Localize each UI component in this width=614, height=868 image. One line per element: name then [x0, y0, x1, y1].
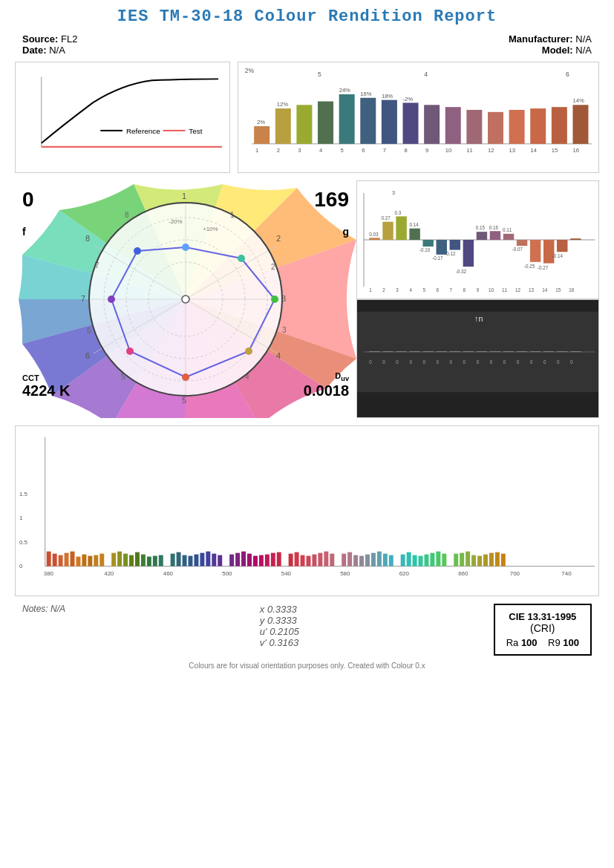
svg-rect-206 [194, 555, 198, 567]
svg-text:0: 0 [503, 359, 506, 365]
svg-text:580: 580 [340, 570, 350, 577]
svg-rect-19 [360, 98, 376, 144]
svg-text:12%: 12% [277, 101, 288, 108]
svg-rect-197 [135, 552, 140, 567]
spd-svg: Reference Test [19, 66, 226, 169]
svg-rect-148 [382, 351, 393, 352]
svg-text:0: 0 [570, 359, 573, 365]
bottom-bar-chart: 380 420 460 500 540 580 620 660 700 740 … [15, 425, 599, 596]
svg-rect-247 [466, 552, 470, 567]
svg-rect-224 [312, 555, 316, 567]
svg-rect-157 [503, 351, 514, 352]
svg-rect-217 [265, 555, 270, 567]
svg-rect-10 [254, 126, 270, 144]
svg-rect-240 [419, 556, 423, 567]
delta-lower-svg: 0 0 0 0 0 0 0 0 0 0 0 0 0 0 0 0 [357, 300, 598, 417]
svg-text:1: 1 [255, 147, 258, 154]
svg-rect-126 [557, 240, 567, 252]
svg-text:1: 1 [369, 287, 372, 293]
svg-text:-0.32: -0.32 [456, 269, 467, 274]
svg-rect-186 [65, 553, 69, 567]
svg-rect-211 [229, 555, 234, 567]
svg-rect-241 [424, 555, 428, 567]
svg-rect-193 [111, 553, 116, 567]
svg-text:500: 500 [222, 570, 232, 577]
svg-rect-159 [530, 351, 540, 352]
svg-rect-213 [241, 552, 246, 567]
svg-rect-229 [347, 552, 352, 567]
svg-rect-187 [71, 552, 75, 567]
svg-rect-151 [422, 351, 433, 352]
svg-text:6: 6 [87, 327, 91, 335]
svg-text:-0.07: -0.07 [512, 247, 523, 252]
svg-rect-208 [206, 552, 210, 567]
svg-text:0.11: 0.11 [503, 227, 512, 232]
svg-rect-219 [277, 552, 281, 567]
svg-rect-29 [488, 112, 503, 144]
svg-text:↑n: ↑n [474, 314, 483, 323]
svg-rect-236 [389, 555, 393, 567]
svg-rect-120 [517, 240, 527, 246]
svg-text:380: 380 [44, 570, 54, 577]
svg-point-91 [134, 247, 141, 255]
spd-chart: Reference Test [15, 62, 230, 173]
svg-rect-243 [436, 552, 440, 567]
svg-text:2: 2 [277, 147, 280, 154]
rg-value: 169 g [314, 188, 349, 238]
svg-rect-180 [16, 430, 598, 593]
svg-rect-237 [401, 555, 405, 567]
svg-rect-150 [409, 351, 419, 352]
svg-rect-155 [477, 351, 487, 352]
svg-text:0.27: 0.27 [382, 215, 391, 221]
svg-text:16%: 16% [360, 91, 371, 97]
svg-text:-2%: -2% [403, 96, 414, 102]
svg-text:0: 0 [463, 359, 466, 365]
svg-rect-12 [275, 108, 291, 144]
svg-rect-222 [301, 555, 305, 567]
svg-text:0: 0 [557, 359, 560, 365]
svg-rect-196 [129, 555, 134, 567]
svg-rect-0 [19, 73, 226, 161]
svg-text:0: 0 [409, 359, 412, 365]
svg-rect-226 [324, 552, 328, 567]
svg-text:0: 0 [450, 359, 453, 365]
svg-rect-158 [517, 351, 527, 352]
meta-info: Source: FL2 Date: N/A Manufacturer: N/A … [15, 33, 599, 56]
svg-point-88 [182, 373, 189, 381]
delta-chart-upper: 0.03 0.27 3 0.3 0.14 -0.10 [356, 180, 599, 299]
svg-text:540: 540 [281, 570, 292, 577]
svg-point-87 [245, 347, 252, 355]
svg-text:5: 5 [422, 287, 425, 293]
svg-rect-239 [413, 555, 417, 567]
svg-text:0.14: 0.14 [409, 222, 419, 227]
svg-rect-195 [123, 554, 128, 567]
footer-section: Notes: N/A x 0.3333 y 0.3333 u' 0.2105 v… [15, 604, 599, 656]
svg-text:4: 4 [424, 71, 428, 78]
svg-rect-154 [463, 351, 474, 352]
notes-label: Notes: N/A [22, 604, 65, 614]
svg-text:8: 8 [85, 234, 90, 243]
svg-text:12: 12 [488, 147, 494, 154]
svg-rect-183 [47, 552, 51, 567]
svg-rect-248 [471, 555, 476, 567]
svg-text:4: 4 [319, 147, 323, 154]
svg-text:14%: 14% [572, 97, 584, 104]
svg-text:0: 0 [530, 359, 533, 365]
svg-text:0: 0 [490, 359, 493, 365]
svg-rect-223 [307, 556, 311, 567]
svg-rect-185 [59, 555, 63, 567]
svg-text:Test: Test [189, 127, 202, 135]
svg-rect-225 [318, 553, 322, 567]
svg-text:16: 16 [572, 147, 578, 154]
svg-rect-238 [407, 552, 411, 567]
svg-rect-99 [382, 222, 393, 240]
svg-rect-23 [403, 102, 419, 143]
svg-rect-147 [369, 351, 379, 352]
svg-text:-0.25: -0.25 [524, 264, 535, 269]
svg-rect-235 [383, 554, 388, 567]
svg-rect-205 [189, 556, 193, 567]
svg-rect-31 [530, 108, 546, 144]
svg-text:24%: 24% [339, 87, 350, 94]
svg-rect-189 [82, 555, 86, 567]
svg-point-83 [182, 296, 189, 303]
